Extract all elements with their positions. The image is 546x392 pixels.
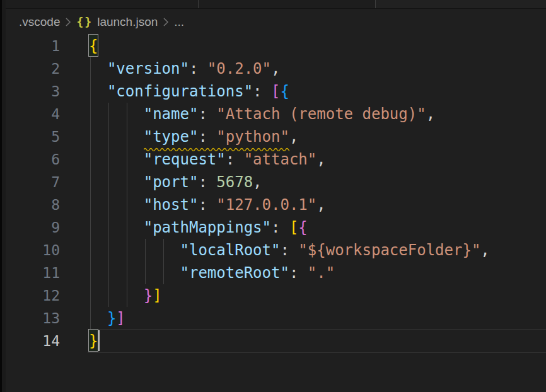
breadcrumb-item-vscode[interactable]: .vscode: [19, 15, 60, 29]
chevron-right-icon: [65, 17, 71, 27]
code-text: }: [89, 330, 98, 352]
token-punct: :: [198, 196, 216, 214]
token-key: "localRoot": [180, 241, 281, 259]
line-number[interactable]: 14: [0, 330, 60, 352]
token-string: ".": [308, 264, 335, 282]
token-string: "Attach (remote debug)": [216, 105, 426, 123]
token-b2: ]: [116, 309, 125, 327]
token-punct: :: [280, 241, 298, 259]
json-braces-icon: {}: [76, 15, 93, 28]
token-b3: }: [107, 309, 116, 327]
token-b1: [: [289, 219, 298, 236]
token-key: "version": [107, 60, 189, 78]
token-punct: ,: [317, 151, 325, 168]
code-line[interactable]: 8 "host": "127.0.0.1",: [0, 193, 546, 216]
token-punct: :: [226, 151, 244, 168]
token-punct: ,: [426, 105, 435, 123]
token-string: "attach": [244, 151, 317, 168]
code-line[interactable]: 6 "request": "attach",: [0, 148, 546, 171]
code-line[interactable]: 3 "configurations": [{: [0, 80, 546, 103]
token-b3: {: [280, 83, 289, 100]
token-string: "0.2.0": [207, 60, 271, 78]
token-b1-matched: }: [89, 330, 98, 351]
token-b1-matched: {: [89, 35, 98, 56]
line-number[interactable]: 3: [0, 80, 60, 103]
token-punct: :: [198, 173, 216, 191]
line-number[interactable]: 12: [0, 284, 60, 307]
code-text: }]: [89, 307, 125, 330]
code-line[interactable]: 10 "localRoot": "${workspaceFolder}",: [0, 239, 546, 262]
token-key: "remoteRoot": [180, 264, 289, 282]
breadcrumb: .vscode{}launch.json...: [19, 15, 184, 29]
line-number[interactable]: 11: [0, 262, 60, 284]
token-punct: ,: [289, 128, 298, 146]
token-punct: ,: [317, 196, 325, 214]
tab-region-1[interactable]: [0, 0, 199, 8]
token-key: "host": [144, 196, 199, 214]
token-punct: ,: [271, 60, 280, 78]
code-line[interactable]: 4 "name": "Attach (remote debug)",: [0, 103, 546, 125]
tab-bar: [0, 0, 546, 9]
editor[interactable]: 1{2 "version": "0.2.0",3 "configurations…: [0, 35, 546, 392]
code-line[interactable]: 14}: [0, 330, 546, 352]
code-text: "remoteRoot": ".": [89, 262, 335, 284]
text-cursor: [98, 330, 100, 351]
token-b1: ]: [153, 287, 161, 304]
line-number[interactable]: 1: [0, 35, 60, 57]
line-number[interactable]: 2: [0, 57, 60, 80]
token-punct: :: [253, 83, 271, 100]
code-text: "request": "attach",: [89, 148, 326, 171]
line-number[interactable]: 8: [0, 193, 60, 216]
code-line[interactable]: 12 }]: [0, 284, 546, 307]
code-line[interactable]: 2 "version": "0.2.0",: [0, 57, 546, 80]
line-number[interactable]: 6: [0, 148, 60, 171]
token-key: "configurations": [107, 83, 253, 100]
token-punct: ,: [253, 173, 262, 191]
token-b2: [: [271, 83, 280, 100]
line-number[interactable]: 9: [0, 216, 60, 239]
breadcrumb-item-launch-json[interactable]: {}launch.json: [76, 15, 158, 29]
code-line[interactable]: 11 "remoteRoot": ".": [0, 262, 546, 284]
code-text: "configurations": [{: [89, 80, 289, 103]
token-punct: :: [198, 105, 216, 123]
line-number[interactable]: 7: [0, 171, 60, 193]
token-b2: }: [144, 287, 153, 304]
code-line[interactable]: 13 }]: [0, 307, 546, 330]
line-number[interactable]: 10: [0, 239, 60, 262]
code-line[interactable]: 5 "type": "python",: [0, 125, 546, 148]
code-text: "host": "127.0.0.1",: [89, 193, 326, 216]
tab-region-2[interactable]: [199, 0, 376, 8]
token-key: "name": [144, 105, 199, 123]
code-text: "version": "0.2.0",: [89, 57, 280, 80]
tab-region-3[interactable]: [376, 0, 546, 8]
token-string: "127.0.0.1": [216, 196, 317, 214]
token-number: 5678: [216, 173, 253, 191]
warning-squiggle: [144, 142, 289, 147]
code-text: "localRoot": "${workspaceFolder}",: [89, 239, 490, 262]
token-key: "port": [144, 173, 199, 191]
code-line[interactable]: 7 "port": 5678,: [0, 171, 546, 193]
token-key: "request": [144, 151, 226, 168]
code-text: {: [89, 35, 98, 57]
breadcrumb-label: .vscode: [19, 15, 60, 29]
line-number[interactable]: 4: [0, 103, 60, 125]
breadcrumb-item-[interactable]: ...: [174, 15, 184, 29]
breadcrumb-label: ...: [174, 15, 184, 29]
code-line[interactable]: 9 "pathMappings": [{: [0, 216, 546, 239]
token-punct: ,: [480, 241, 489, 259]
token-punct: :: [189, 60, 207, 78]
code-text: "pathMappings": [{: [89, 216, 308, 239]
code-line[interactable]: 1{: [0, 35, 546, 57]
line-number[interactable]: 5: [0, 125, 60, 148]
breadcrumb-bar: .vscode{}launch.json...: [0, 9, 546, 35]
code-text: "name": "Attach (remote debug)",: [89, 103, 435, 125]
token-punct: :: [271, 219, 289, 236]
line-number[interactable]: 13: [0, 307, 60, 330]
code-text: }]: [89, 284, 162, 307]
token-punct: :: [289, 264, 308, 282]
token-string: "${workspaceFolder}": [298, 241, 480, 259]
chevron-right-icon: [163, 17, 169, 27]
token-b2: {: [298, 219, 307, 236]
token-key: "pathMappings": [144, 219, 271, 236]
editor-group-sash[interactable]: [0, 0, 6, 392]
